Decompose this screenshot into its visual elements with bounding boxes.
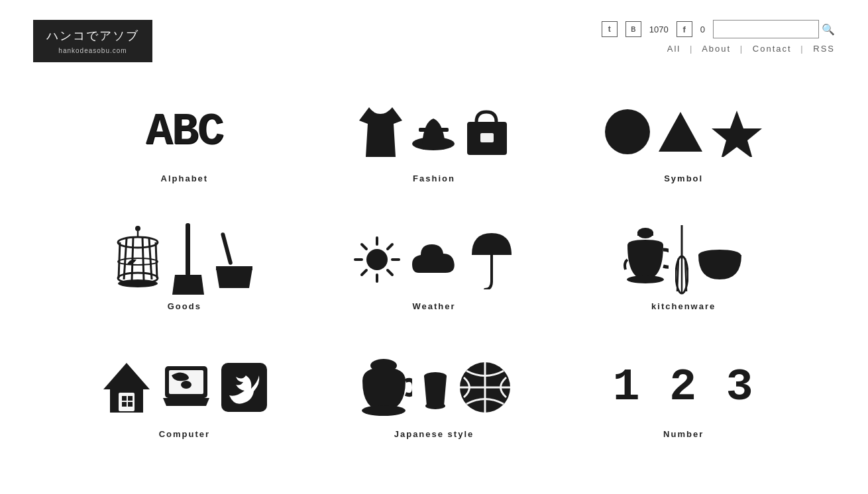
svg-point-53 <box>424 372 447 380</box>
laptop-icon <box>160 361 213 414</box>
svg-rect-43 <box>128 396 133 401</box>
weather-label: Weather <box>412 301 455 311</box>
birdcage-icon <box>113 225 163 295</box>
dustpan-icon <box>213 232 256 288</box>
category-alphabet[interactable]: ABC Alphabet <box>66 95 303 183</box>
svg-rect-20 <box>221 232 233 265</box>
svg-point-54 <box>425 403 445 409</box>
hat-icon <box>412 112 455 152</box>
category-kitchenware[interactable]: kitchenware <box>565 223 802 311</box>
category-goods[interactable]: Goods <box>66 223 303 311</box>
kitchenware-icons <box>622 223 745 296</box>
svg-line-30 <box>362 270 366 275</box>
bag-icon <box>462 105 512 158</box>
logo-text: ハンコでアソブ <box>45 26 140 44</box>
svg-point-17 <box>118 258 158 265</box>
cloud-icon <box>409 236 462 283</box>
teapot-japanese-icon <box>356 358 412 417</box>
ball-icon <box>459 361 512 414</box>
facebook-icon[interactable]: f <box>677 21 692 37</box>
whisk-icon <box>675 225 688 295</box>
weather-icons <box>353 223 515 296</box>
logo-subtitle: hankodeasobu.com <box>45 46 140 56</box>
number-icons: 1 2 3 <box>613 351 755 424</box>
category-symbol[interactable]: Symbol <box>565 95 802 183</box>
svg-line-28 <box>388 270 392 275</box>
svg-point-22 <box>366 249 388 270</box>
nav-about[interactable]: About <box>702 44 731 54</box>
house-icon <box>100 360 153 416</box>
star-icon <box>710 107 763 157</box>
nav-sep-1: | <box>690 44 693 54</box>
kitchenware-label: kitchenware <box>651 301 716 311</box>
symbol-label: Symbol <box>664 173 703 183</box>
category-japanese[interactable]: Japanese style <box>316 351 553 439</box>
svg-rect-52 <box>376 361 392 368</box>
search-input[interactable] <box>713 20 819 38</box>
category-number[interactable]: 1 2 3 Number <box>565 351 802 439</box>
category-grid: ABC Alphabet <box>66 95 802 439</box>
nav-sep-2: | <box>740 44 743 54</box>
circle-icon <box>604 109 651 155</box>
svg-rect-44 <box>122 402 127 407</box>
fashion-icons <box>356 95 512 168</box>
svg-point-40 <box>698 250 741 260</box>
japanese-icons <box>356 351 512 424</box>
svg-rect-3 <box>480 133 494 142</box>
abc-display: ABC <box>146 109 223 154</box>
header: ハンコでアソブ hankodeasobu.com t B 1070 f 0 🔍 … <box>0 0 868 69</box>
nav-contact[interactable]: Contact <box>753 44 792 54</box>
bloglovin-count: 1070 <box>649 25 669 34</box>
svg-rect-19 <box>186 223 190 276</box>
category-fashion[interactable]: Fashion <box>316 95 553 183</box>
cup-icon <box>419 366 452 409</box>
bloglovin-icon[interactable]: B <box>625 21 641 37</box>
tshirt-icon <box>356 104 406 160</box>
svg-line-27 <box>362 244 366 249</box>
svg-point-7 <box>135 226 140 231</box>
svg-point-51 <box>362 405 406 416</box>
search-button[interactable]: 🔍 <box>822 23 835 36</box>
twitter-bird-icon <box>219 361 269 414</box>
svg-point-4 <box>605 109 650 154</box>
category-weather[interactable]: Weather <box>316 223 553 311</box>
svg-point-18 <box>118 279 158 287</box>
social-bar: t B 1070 f 0 🔍 <box>602 20 835 38</box>
goods-icons <box>113 223 256 296</box>
nav-rss[interactable]: RSS <box>813 44 835 54</box>
header-right: t B 1070 f 0 🔍 All | About | Contact | R… <box>602 20 835 54</box>
site-logo[interactable]: ハンコでアソブ hankodeasobu.com <box>33 20 152 62</box>
fashion-label: Fashion <box>413 173 455 183</box>
svg-marker-5 <box>659 112 702 152</box>
alphabet-icons: ABC <box>146 95 223 168</box>
goods-label: Goods <box>168 301 201 311</box>
japanese-label: Japanese style <box>394 429 474 439</box>
svg-rect-33 <box>637 232 653 236</box>
search-box: 🔍 <box>713 20 835 38</box>
broom-icon <box>170 223 206 296</box>
main-content: ABC Alphabet <box>0 69 868 466</box>
facebook-count: 0 <box>700 25 705 34</box>
computer-icons <box>100 351 269 424</box>
svg-rect-42 <box>122 396 127 401</box>
nav-sep-3: | <box>800 44 804 54</box>
teapot-icon <box>622 226 669 293</box>
svg-rect-45 <box>128 402 133 407</box>
svg-point-48 <box>181 381 191 389</box>
nav-all[interactable]: All <box>667 44 680 54</box>
umbrella-icon <box>468 230 515 289</box>
svg-line-29 <box>388 244 392 249</box>
twitter-icon[interactable]: t <box>602 21 618 37</box>
svg-rect-1 <box>419 128 449 132</box>
triangle-icon <box>657 109 704 155</box>
svg-point-9 <box>118 237 158 248</box>
computer-label: Computer <box>159 429 210 439</box>
sun-icon <box>353 235 402 285</box>
symbol-icons <box>604 95 763 168</box>
main-nav: All | About | Contact | RSS <box>667 44 835 54</box>
bowl-icon <box>695 236 745 283</box>
category-computer[interactable]: Computer <box>66 351 303 439</box>
svg-marker-6 <box>712 111 762 157</box>
number-display: 1 2 3 <box>613 365 755 410</box>
svg-point-34 <box>627 275 664 283</box>
